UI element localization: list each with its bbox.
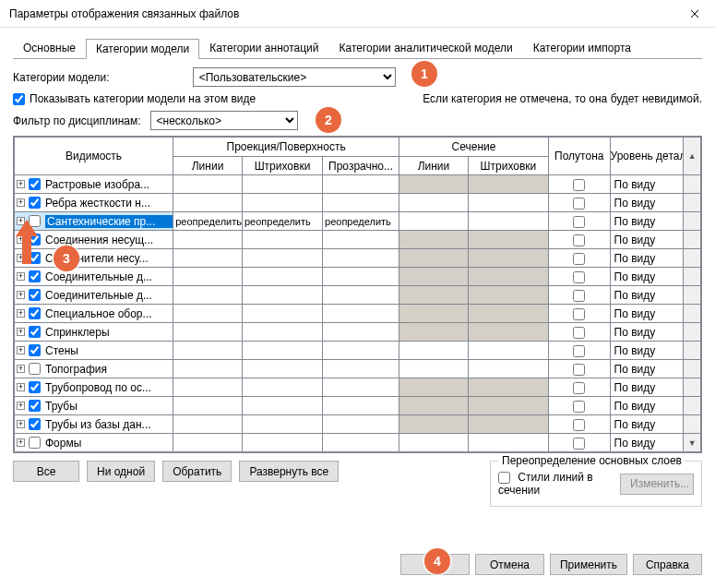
close-button[interactable]	[673, 0, 715, 28]
halftone-cell[interactable]	[548, 286, 610, 305]
expand-icon[interactable]: +	[17, 328, 25, 336]
row-visibility-checkbox[interactable]	[29, 270, 41, 282]
help-button[interactable]: Справка	[633, 554, 702, 575]
detail-level-cell[interactable]: По виду	[610, 305, 684, 323]
detail-level-cell[interactable]: По виду	[610, 286, 684, 305]
halftone-checkbox[interactable]	[573, 401, 585, 413]
none-button[interactable]: Ни одной	[87, 461, 155, 482]
proj-cell[interactable]	[323, 342, 399, 360]
detail-level-cell[interactable]: По виду	[610, 212, 684, 231]
row-visibility-checkbox[interactable]	[29, 178, 41, 190]
sec-cell[interactable]	[399, 286, 469, 305]
sec-cell[interactable]	[399, 378, 469, 397]
proj-cell[interactable]	[323, 175, 399, 194]
proj-cell[interactable]	[173, 194, 243, 212]
halftone-checkbox[interactable]	[573, 253, 585, 265]
expand-icon[interactable]: +	[17, 180, 25, 188]
tab-analytical-categories[interactable]: Категории аналитической модели	[329, 38, 523, 58]
sec-cell[interactable]	[468, 415, 548, 434]
table-row[interactable]: +Специальное обор...По виду	[15, 305, 701, 323]
proj-cell[interactable]	[173, 378, 243, 397]
proj-cell[interactable]	[323, 286, 399, 305]
detail-level-cell[interactable]: По виду	[610, 323, 684, 342]
sec-cell[interactable]	[468, 268, 548, 286]
detail-level-cell[interactable]: По виду	[610, 397, 684, 415]
halftone-checkbox[interactable]	[573, 271, 585, 283]
table-row[interactable]: +ТрубыПо виду	[15, 397, 701, 415]
sec-cell[interactable]	[468, 378, 548, 397]
detail-level-cell[interactable]: По виду	[610, 194, 684, 212]
detail-level-cell[interactable]: По виду	[610, 231, 684, 249]
proj-cell[interactable]: реопределить	[173, 212, 243, 231]
row-visibility-checkbox[interactable]	[29, 363, 41, 375]
sec-cell[interactable]	[468, 434, 548, 452]
proj-cell[interactable]	[242, 268, 322, 286]
scrollbar-track[interactable]	[684, 323, 701, 342]
expand-icon[interactable]: +	[17, 291, 25, 299]
halftone-cell[interactable]	[548, 397, 610, 415]
sec-cell[interactable]	[468, 194, 548, 212]
scrollbar-track[interactable]	[684, 415, 701, 434]
table-row[interactable]: +ФормыПо виду▼	[15, 434, 701, 452]
detail-level-cell[interactable]: По виду	[610, 434, 684, 452]
table-row[interactable]: +ТопографияПо виду	[15, 360, 701, 378]
table-row[interactable]: +Трубопровод по ос...По виду	[15, 378, 701, 397]
halftone-cell[interactable]	[548, 249, 610, 268]
sec-cell[interactable]	[468, 249, 548, 268]
proj-cell[interactable]	[173, 268, 243, 286]
proj-cell[interactable]	[173, 323, 243, 342]
proj-cell[interactable]	[323, 194, 399, 212]
proj-cell[interactable]	[242, 360, 322, 378]
sec-cell[interactable]	[399, 397, 469, 415]
halftone-checkbox[interactable]	[573, 419, 585, 431]
table-row[interactable]: +Соединения несущ...По виду	[15, 231, 701, 249]
cancel-button[interactable]: Отмена	[475, 554, 544, 575]
scrollbar-track[interactable]	[684, 212, 701, 231]
halftone-cell[interactable]	[548, 360, 610, 378]
sec-cell[interactable]	[399, 305, 469, 323]
proj-cell[interactable]	[242, 397, 322, 415]
sec-cell[interactable]	[399, 231, 469, 249]
halftone-cell[interactable]	[548, 305, 610, 323]
halftone-checkbox[interactable]	[573, 290, 585, 302]
proj-cell[interactable]	[242, 434, 322, 452]
halftone-checkbox[interactable]	[573, 198, 585, 210]
proj-cell[interactable]	[242, 415, 322, 434]
sec-cell[interactable]	[468, 286, 548, 305]
sec-cell[interactable]	[399, 268, 469, 286]
row-visibility-checkbox[interactable]	[29, 197, 41, 209]
table-row[interactable]: +Растровые изобра...По виду	[15, 175, 701, 194]
sec-cell[interactable]	[399, 194, 469, 212]
proj-cell[interactable]	[173, 415, 243, 434]
proj-cell[interactable]	[323, 305, 399, 323]
scrollbar-track[interactable]	[684, 342, 701, 360]
row-visibility-checkbox[interactable]	[29, 289, 41, 301]
halftone-cell[interactable]	[548, 342, 610, 360]
proj-cell[interactable]	[173, 286, 243, 305]
proj-cell[interactable]	[323, 397, 399, 415]
table-row[interactable]: +СтеныПо виду	[15, 342, 701, 360]
proj-cell[interactable]	[323, 434, 399, 452]
halftone-checkbox[interactable]	[573, 234, 585, 246]
sec-cell[interactable]	[468, 212, 548, 231]
row-visibility-checkbox[interactable]	[29, 326, 41, 338]
proj-cell[interactable]	[173, 397, 243, 415]
sec-cell[interactable]	[399, 415, 469, 434]
scrollbar-track[interactable]	[684, 305, 701, 323]
halftone-checkbox[interactable]	[573, 438, 585, 450]
cut-line-styles-checkbox[interactable]	[498, 472, 510, 484]
scrollbar-track[interactable]	[684, 175, 701, 194]
proj-cell[interactable]	[242, 323, 322, 342]
table-row[interactable]: +Соединительные д...По виду	[15, 286, 701, 305]
proj-cell[interactable]	[173, 175, 243, 194]
proj-cell[interactable]	[173, 249, 243, 268]
row-visibility-checkbox[interactable]	[29, 381, 41, 393]
halftone-checkbox[interactable]	[573, 327, 585, 339]
proj-cell[interactable]	[323, 378, 399, 397]
proj-cell[interactable]	[323, 249, 399, 268]
table-row[interactable]: +Соединители несу...По виду	[15, 249, 701, 268]
sec-cell[interactable]	[399, 434, 469, 452]
halftone-checkbox[interactable]	[573, 364, 585, 376]
tab-main[interactable]: Основные	[13, 38, 86, 58]
proj-cell[interactable]	[173, 342, 243, 360]
